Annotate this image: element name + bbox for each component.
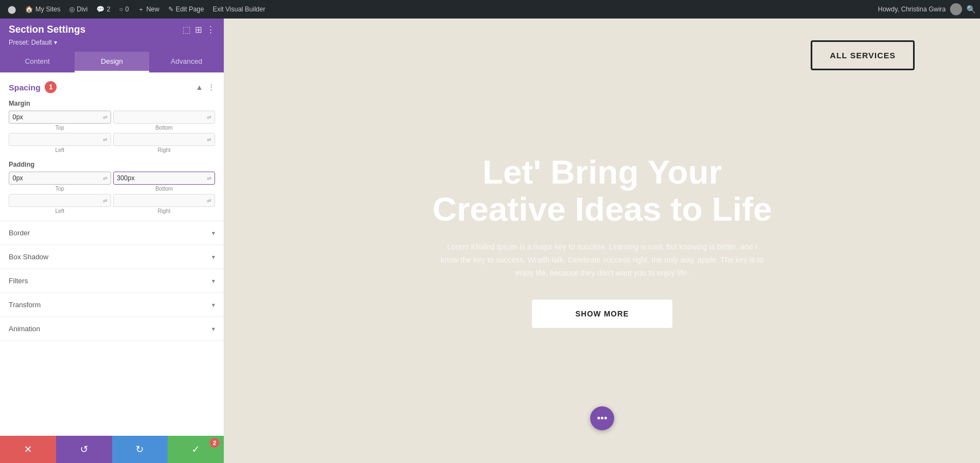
my-sites-menu[interactable]: 🏠 My Sites	[22, 0, 64, 19]
new-menu[interactable]: ＋ New	[134, 0, 163, 19]
chevron-down-icon: ▾	[212, 229, 215, 237]
hero-title: Let' Bring Your Creative Ideas to Life	[422, 154, 782, 228]
tab-advanced[interactable]: Advanced	[149, 52, 224, 72]
chevron-down-icon: ▾	[212, 277, 215, 285]
margin-bottom-input[interactable]	[117, 113, 206, 121]
padding-right-input[interactable]	[117, 197, 206, 204]
plus-icon: ＋	[138, 5, 144, 14]
redo-button[interactable]: ↻	[112, 436, 168, 463]
cancel-button[interactable]: ✕	[0, 436, 56, 463]
top-navigation: ⬤ 🏠 My Sites ◎ Divi 💬 2 ○ 0 ＋ New ✎ Edit…	[0, 0, 980, 19]
collapse-filters[interactable]: Filters ▾	[0, 269, 224, 293]
collapse-border[interactable]: Border ▾	[0, 221, 224, 245]
chevron-down-icon: ▾	[212, 301, 215, 309]
user-info: Howdy, Christina Gwira 🔍	[878, 3, 976, 15]
chevron-down-icon: ▾	[212, 253, 215, 261]
panel-content: Spacing 1 ▲ ⋮ Margin ⇌	[0, 72, 224, 436]
margin-right-link-icon[interactable]: ⇌	[207, 137, 211, 143]
hero-subtitle: Lorem Khaled Ipsum is a major key to suc…	[439, 241, 765, 279]
page-preview: ALL SERVICES Let' Bring Your Creative Id…	[224, 19, 980, 463]
maximize-icon[interactable]: ⬚	[182, 25, 191, 35]
more-options-icon[interactable]: ⋮	[206, 25, 215, 35]
wordpress-icon[interactable]: ⬤	[4, 0, 20, 19]
collapse-transform[interactable]: Transform ▾	[0, 293, 224, 317]
padding-left-input-wrapper: ⇌	[9, 194, 111, 207]
collapse-box-shadow-label: Box Shadow	[9, 253, 48, 261]
home-icon: 🏠	[25, 5, 33, 13]
margin-top-link-icon[interactable]: ⇌	[103, 114, 107, 120]
bubble-menu[interactable]: ○ 0	[116, 0, 132, 19]
spacing-more-icon[interactable]: ⋮	[207, 83, 215, 92]
floating-action-button[interactable]: •••	[590, 406, 614, 430]
undo-button[interactable]: ↺	[56, 436, 112, 463]
save-badge: 2	[210, 438, 219, 448]
margin-right-input-wrapper: ⇌	[113, 133, 216, 146]
padding-top-input[interactable]	[13, 174, 102, 182]
settings-tabs: Content Design Advanced	[0, 52, 224, 72]
margin-left-input-wrapper: ⇌	[9, 133, 111, 146]
collapse-border-label: Border	[9, 229, 30, 237]
comments-menu[interactable]: 💬 2	[93, 0, 114, 19]
left-panel: Section Settings ⬚ ⊞ ⋮ Preset: Default C…	[0, 19, 224, 463]
preset-selector[interactable]: Preset: Default	[9, 39, 215, 46]
divi-icon: ◎	[69, 5, 75, 13]
divi-menu[interactable]: ◎ Divi	[66, 0, 91, 19]
padding-bottom-link-icon[interactable]: ⇌	[207, 175, 211, 181]
margin-top-input-wrapper: ⇌	[9, 111, 111, 124]
main-layout: Section Settings ⬚ ⊞ ⋮ Preset: Default C…	[0, 19, 980, 463]
show-more-button[interactable]: SHOW MORE	[532, 300, 672, 328]
columns-icon[interactable]: ⊞	[195, 25, 202, 35]
panel-header-icons: ⬚ ⊞ ⋮	[182, 25, 215, 35]
margin-bottom-link-icon[interactable]: ⇌	[207, 114, 211, 120]
spacing-title: Spacing	[9, 83, 40, 92]
padding-left-sublabel: Left	[55, 208, 64, 214]
hero-content: Let' Bring Your Creative Ideas to Life L…	[412, 132, 793, 350]
spacing-section-header: Spacing 1 ▲ ⋮	[9, 81, 215, 93]
margin-top-sublabel: Top	[56, 125, 64, 131]
exit-visual-builder-button[interactable]: Exit Visual Builder	[210, 0, 269, 19]
spacing-section: Spacing 1 ▲ ⋮ Margin ⇌	[0, 72, 224, 221]
avatar	[950, 3, 962, 15]
bottom-action-bar: ✕ ↺ ↻ ✓ 2	[0, 436, 224, 463]
margin-right-sublabel: Right	[158, 147, 170, 153]
bubble-icon: ○	[119, 5, 123, 13]
padding-label: Padding	[9, 161, 215, 168]
padding-bottom-sublabel: Bottom	[155, 186, 173, 192]
collapsible-sections: Border ▾ Box Shadow ▾ Filters ▾ Transfor…	[0, 221, 224, 341]
edit-page-button[interactable]: ✎ Edit Page	[165, 0, 207, 19]
margin-bottom-input-wrapper: ⇌	[113, 111, 216, 124]
collapse-transform-label: Transform	[9, 301, 41, 309]
margin-top-input[interactable]	[13, 113, 102, 121]
collapse-animation[interactable]: Animation ▾	[0, 317, 224, 341]
padding-bottom-input[interactable]	[117, 174, 206, 182]
tab-content[interactable]: Content	[0, 52, 75, 72]
padding-top-link-icon[interactable]: ⇌	[103, 175, 107, 181]
padding-right-link-icon[interactable]: ⇌	[207, 198, 211, 204]
all-services-button[interactable]: ALL SERVICES	[811, 40, 915, 70]
padding-bottom-input-wrapper: ⇌	[113, 172, 216, 185]
comments-icon: 💬	[96, 5, 105, 13]
margin-left-sublabel: Left	[55, 147, 64, 153]
margin-left-input[interactable]	[13, 136, 102, 143]
margin-right-input[interactable]	[117, 136, 206, 143]
spacing-badge: 1	[45, 81, 57, 93]
user-greeting: Howdy, Christina Gwira	[878, 5, 946, 13]
margin-label: Margin	[9, 100, 215, 107]
collapse-animation-label: Animation	[9, 325, 40, 333]
padding-left-link-icon[interactable]: ⇌	[103, 198, 107, 204]
margin-bottom-sublabel: Bottom	[155, 125, 173, 131]
chevron-down-icon: ▾	[212, 325, 215, 333]
tab-design[interactable]: Design	[75, 52, 149, 72]
collapse-filters-label: Filters	[9, 277, 28, 285]
save-button[interactable]: ✓ 2	[168, 436, 224, 463]
padding-left-input[interactable]	[13, 197, 102, 204]
margin-left-link-icon[interactable]: ⇌	[103, 137, 107, 143]
wp-logo: ⬤	[8, 5, 16, 14]
panel-title: Section Settings	[9, 24, 85, 35]
padding-right-input-wrapper: ⇌	[113, 194, 216, 207]
padding-top-input-wrapper: ⇌	[9, 172, 111, 185]
padding-right-sublabel: Right	[158, 208, 170, 214]
search-icon[interactable]: 🔍	[966, 5, 976, 14]
collapse-box-shadow[interactable]: Box Shadow ▾	[0, 245, 224, 269]
collapse-up-icon[interactable]: ▲	[195, 83, 203, 92]
